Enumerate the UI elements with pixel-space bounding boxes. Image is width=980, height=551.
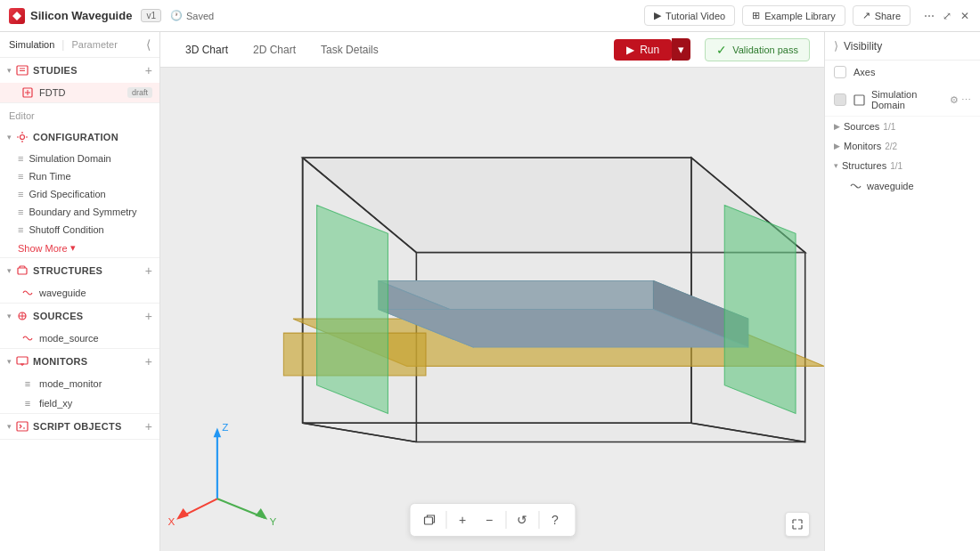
- panel-collapse-button[interactable]: ⟩: [834, 39, 838, 53]
- run-time-item[interactable]: ≡ Run Time: [0, 167, 159, 185]
- tree-sources-item[interactable]: ▶ Sources 1/1: [825, 117, 980, 136]
- svg-rect-36: [424, 517, 432, 524]
- waveguide-item[interactable]: waveguide: [0, 283, 159, 303]
- resize-button[interactable]: ⤢: [941, 10, 953, 22]
- sources-arrow: ▾: [7, 312, 12, 320]
- version-badge[interactable]: v1: [141, 9, 161, 22]
- tree-monitors-item[interactable]: ▶ Monitors 2/2: [825, 136, 980, 156]
- tab-simulation[interactable]: Simulation: [9, 37, 54, 52]
- axes-checkbox[interactable]: [834, 66, 846, 78]
- share-button[interactable]: ↗ Share: [853, 5, 911, 26]
- sim-domain-label: Simulation Domain: [871, 89, 944, 110]
- sim-domain-row[interactable]: Simulation Domain ⚙ ⋯: [825, 84, 980, 117]
- script-objects-title: SCRIPT OBJECTS: [33, 421, 142, 432]
- config-icon: [15, 130, 29, 144]
- monitors-tree-badge: 2/2: [885, 142, 897, 151]
- close-button[interactable]: ✕: [959, 10, 971, 22]
- svg-marker-28: [214, 428, 222, 438]
- book-icon: ⊞: [752, 10, 760, 21]
- right-panel: ⟩ Visibility Axes Simulation Domain ⚙ ⋯ …: [824, 32, 980, 551]
- script-objects-header[interactable]: ▾ SCRIPT OBJECTS +: [0, 414, 159, 439]
- refresh-button[interactable]: ↺: [510, 507, 535, 532]
- more-options-button[interactable]: ⋯: [923, 10, 935, 22]
- monitors-icon: [15, 354, 29, 369]
- visibility-title: Visibility: [844, 40, 882, 53]
- svg-text:Z: Z: [222, 421, 228, 433]
- grid-spec-icon: ≡: [18, 189, 23, 199]
- script-objects-section: ▾ SCRIPT OBJECTS +: [0, 414, 159, 440]
- sim-domain-settings-button[interactable]: ⚙: [950, 94, 959, 106]
- shutoff-item[interactable]: ≡ Shutoff Condition: [0, 221, 159, 239]
- grid-spec-item[interactable]: ≡ Grid Specification: [0, 185, 159, 203]
- sidebar-tabs: Simulation | Parameter ⟨: [0, 32, 159, 58]
- tab-2d-chart[interactable]: 2D Chart: [242, 38, 306, 61]
- tree-structures-item[interactable]: ▾ Structures 1/1: [825, 156, 980, 175]
- zoom-out-button[interactable]: −: [477, 507, 502, 532]
- monitors-tree-arrow: ▶: [834, 142, 840, 150]
- main-area: 3D Chart 2D Chart Task Details ▶ Run ▾ ✓…: [160, 32, 824, 551]
- chevron-down-icon: ▾: [70, 242, 76, 254]
- shutoff-icon: ≡: [18, 224, 23, 235]
- structures-tree-badge: 1/1: [890, 161, 902, 171]
- structures-tree-arrow: ▾: [834, 161, 838, 170]
- boundary-icon: ≡: [18, 207, 23, 217]
- saved-indicator: 🕐 Saved: [170, 10, 214, 21]
- structures-header[interactable]: ▾ STRUCTURES +: [0, 258, 159, 283]
- cube-icon: [422, 513, 437, 527]
- studies-arrow: ▾: [7, 66, 12, 75]
- tutorial-video-button[interactable]: ▶ Tutorial Video: [644, 5, 735, 26]
- reset-view-button[interactable]: [417, 507, 442, 532]
- field-xy-item[interactable]: ≡ field_xy: [0, 393, 159, 413]
- monitors-add-button[interactable]: +: [145, 354, 152, 369]
- boundary-item[interactable]: ≡ Boundary and Symmetry: [0, 203, 159, 221]
- clock-icon: 🕐: [170, 10, 183, 21]
- example-library-button[interactable]: ⊞ Example Library: [742, 5, 845, 26]
- configuration-header[interactable]: ▾ CONFIGURATION: [0, 125, 159, 150]
- expand-button[interactable]: [785, 512, 810, 537]
- tree-waveguide-child[interactable]: waveguide: [825, 175, 980, 196]
- studies-add-button[interactable]: +: [145, 63, 152, 77]
- sources-tree-badge: 1/1: [883, 122, 895, 132]
- studies-title: STUDIES: [33, 65, 142, 76]
- viewport-toolbar: + − ↺ ?: [409, 503, 576, 537]
- sources-add-button[interactable]: +: [145, 309, 152, 323]
- sidebar-collapse-button[interactable]: ⟨: [146, 37, 151, 52]
- script-icon: [15, 419, 29, 434]
- mode-monitor-item[interactable]: ≡ mode_monitor: [0, 374, 159, 393]
- fdtd-label: FDTD: [39, 87, 122, 98]
- 3d-scene-svg: Z X Y: [160, 68, 824, 551]
- waveguide-tree-icon: [850, 179, 862, 192]
- waveguide-icon: [21, 287, 34, 299]
- sources-header[interactable]: ▾ SOURCES +: [0, 304, 159, 328]
- tab-parameter[interactable]: Parameter: [71, 37, 117, 52]
- sim-domain-checkbox[interactable]: [834, 93, 846, 106]
- monitors-header[interactable]: ▾ MONITORS +: [0, 349, 159, 374]
- axes-visibility-item[interactable]: Axes: [825, 61, 980, 84]
- run-button[interactable]: ▶ Run: [614, 39, 672, 61]
- studies-header[interactable]: ▾ STUDIES +: [0, 58, 159, 83]
- monitors-title: MONITORS: [33, 356, 142, 367]
- sim-domain-icon: ≡: [18, 153, 23, 164]
- studies-icon: [15, 63, 29, 77]
- configuration-title: CONFIGURATION: [33, 132, 152, 142]
- svg-marker-34: [255, 508, 267, 520]
- right-panel-header: ⟩ Visibility: [825, 32, 980, 61]
- 3d-viewport[interactable]: Z X Y + − ↺: [160, 68, 824, 551]
- structures-add-button[interactable]: +: [145, 263, 152, 278]
- titlebar-actions: ▶ Tutorial Video ⊞ Example Library ↗ Sha…: [644, 5, 971, 26]
- script-add-button[interactable]: +: [145, 419, 152, 434]
- structures-icon: [15, 263, 29, 278]
- sim-domain-more-button[interactable]: ⋯: [961, 94, 971, 106]
- tab-3d-chart[interactable]: 3D Chart: [175, 38, 239, 61]
- mode-source-item[interactable]: mode_source: [0, 328, 159, 348]
- app-body: Simulation | Parameter ⟨ ▾ STUDIES + FDT…: [0, 32, 980, 551]
- help-button[interactable]: ?: [543, 507, 568, 532]
- run-dropdown-button[interactable]: ▾: [672, 38, 690, 61]
- sim-domain-item[interactable]: ≡ Simulation Domain: [0, 150, 159, 167]
- tab-task-details[interactable]: Task Details: [310, 38, 389, 61]
- share-icon: ↗: [862, 10, 870, 21]
- show-more-button[interactable]: Show More ▾: [0, 239, 159, 257]
- zoom-in-button[interactable]: +: [450, 507, 475, 532]
- fdtd-item[interactable]: FDTD draft: [0, 83, 159, 102]
- svg-marker-26: [317, 205, 388, 413]
